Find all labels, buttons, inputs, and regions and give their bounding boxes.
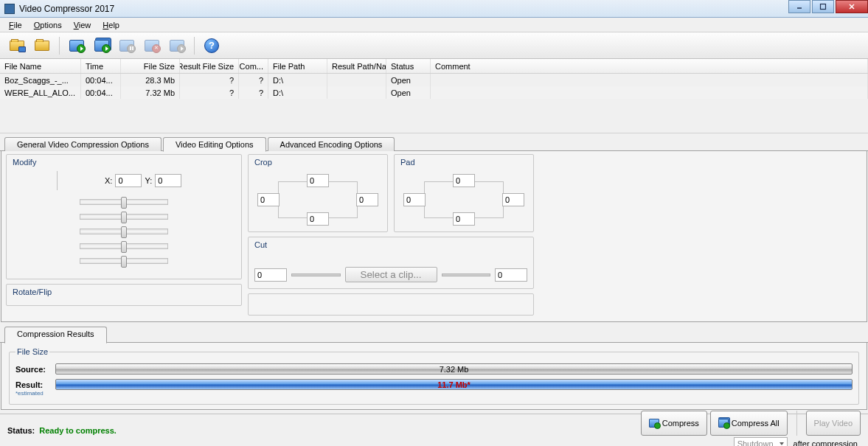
crop-right-input[interactable]: [356, 193, 378, 206]
slider-5[interactable]: [80, 258, 168, 264]
editing-panel: Modify X: Y: Rotate/Flip Crop: [1, 151, 867, 322]
options-tabs: General Video Compression Options Video …: [0, 133, 868, 151]
cell-filesize: 28.3 Mb: [121, 74, 180, 86]
x-input[interactable]: [115, 174, 142, 187]
tab-advanced[interactable]: Advanced Encoding Options: [268, 137, 395, 151]
pause-button[interactable]: [116, 35, 138, 56]
window-controls: [788, 0, 868, 17]
compress-button-label: Compress: [662, 419, 699, 428]
cell-filename: Boz_Scaggs_-_...: [0, 74, 81, 86]
col-time[interactable]: Time: [81, 59, 121, 73]
cell-path: D:\: [268, 86, 327, 99]
menu-file[interactable]: File: [3, 18, 28, 32]
help-button[interactable]: ?: [201, 35, 223, 56]
toolbar-separator: [194, 37, 195, 55]
cell-path: D:\: [268, 74, 327, 86]
compress-button-footer[interactable]: Compress: [641, 411, 707, 436]
source-bar: 7.32 Mb: [55, 363, 853, 374]
tab-editing[interactable]: Video Editing Options: [163, 137, 266, 152]
menu-bar: File Options View Help: [0, 18, 868, 32]
play-output-button[interactable]: [166, 35, 188, 56]
status-label: Status:: [7, 426, 35, 435]
cut-track-left[interactable]: [291, 273, 341, 276]
cut-label: Cut: [254, 240, 527, 249]
col-result-path[interactable]: Result Path/Na...: [327, 59, 386, 73]
source-value: 7.32 Mb: [440, 365, 469, 374]
cell-comment: [431, 74, 868, 86]
col-comment[interactable]: Comment: [431, 59, 868, 73]
cut-to-input[interactable]: [495, 268, 527, 282]
play-video-button[interactable]: Play Video: [806, 411, 861, 436]
col-result-filesize[interactable]: Result File Size: [180, 59, 239, 73]
footer-separator: [796, 411, 797, 436]
add-file-button[interactable]: [6, 35, 28, 56]
compress-all-button-label: Compress All: [732, 419, 780, 428]
shutdown-combo[interactable]: Shutdown: [734, 437, 788, 447]
rotate-label: Rotate/Flip: [13, 288, 235, 296]
maximize-button[interactable]: [812, 0, 834, 13]
cell-rfsize: ?: [180, 74, 239, 86]
crop-left-input[interactable]: [257, 193, 280, 206]
shutdown-value: Shutdown: [737, 439, 774, 447]
cell-status: Open: [386, 74, 431, 86]
compress-button[interactable]: [66, 35, 88, 56]
y-input[interactable]: [155, 174, 181, 187]
modify-group: Modify X: Y:: [6, 154, 242, 279]
col-compression[interactable]: Com...: [239, 59, 268, 73]
table-row[interactable]: Boz_Scaggs_-_... 00:04... 28.3 Mb ? ? D:…: [0, 74, 868, 86]
col-filename[interactable]: File Name: [0, 59, 81, 73]
filesize-legend: File Size: [15, 347, 49, 356]
after-compression-label: after compression: [791, 439, 861, 447]
file-table: File Name Time File Size Result File Siz…: [0, 59, 868, 133]
pad-top-input[interactable]: [453, 174, 475, 187]
pad-label: Pad: [400, 158, 527, 167]
cell-rpath: [327, 86, 386, 99]
pad-right-input[interactable]: [502, 193, 524, 206]
slider-3[interactable]: [80, 229, 168, 234]
table-header: File Name Time File Size Result File Siz…: [0, 59, 868, 74]
minimize-button[interactable]: [788, 0, 810, 13]
window-title: Video Compressor 2017: [19, 4, 788, 14]
tab-compression-results[interactable]: Compression Results: [4, 327, 107, 344]
toolbar: ?: [0, 32, 868, 59]
cut-track-right[interactable]: [442, 273, 491, 276]
col-filepath[interactable]: File Path: [268, 59, 327, 73]
cut-from-input[interactable]: [254, 268, 287, 282]
pad-group: Pad: [394, 154, 534, 232]
tab-general[interactable]: General Video Compression Options: [4, 137, 162, 151]
cell-filesize: 7.32 Mb: [121, 86, 180, 99]
stop-button[interactable]: [141, 35, 163, 56]
app-icon: [4, 4, 15, 14]
cell-rfsize: ?: [180, 86, 239, 99]
crop-top-input[interactable]: [307, 174, 329, 187]
crop-bottom-input[interactable]: [307, 212, 329, 226]
slider-4[interactable]: [80, 243, 168, 249]
result-bar: 11.7 Mb*: [55, 379, 853, 390]
compress-all-button[interactable]: [91, 35, 113, 56]
col-filesize[interactable]: File Size: [121, 59, 180, 73]
pad-bottom-input[interactable]: [453, 212, 475, 226]
col-status[interactable]: Status: [386, 59, 431, 73]
menu-options[interactable]: Options: [28, 18, 68, 32]
cell-filename: WERE_ALL_ALO...: [0, 86, 81, 99]
select-clip-button[interactable]: Select a clip...: [345, 267, 437, 282]
estimated-note: *estimated: [15, 390, 853, 397]
cut-group: Cut Select a clip...: [248, 237, 534, 289]
title-bar: Video Compressor 2017: [0, 0, 868, 18]
slider-2[interactable]: [80, 214, 168, 220]
table-row[interactable]: WERE_ALL_ALO... 00:04... 7.32 Mb ? ? D:\…: [0, 86, 868, 99]
result-value: 11.7 Mb*: [437, 380, 471, 389]
slider-1[interactable]: [80, 199, 168, 205]
menu-help[interactable]: Help: [97, 18, 125, 32]
filesize-group: File Size Source: 7.32 Mb Result: 11.7 M…: [9, 347, 859, 405]
y-label: Y:: [145, 176, 152, 185]
compress-all-button-footer[interactable]: Compress All: [710, 411, 788, 436]
menu-view[interactable]: View: [68, 18, 97, 32]
close-button[interactable]: [836, 0, 868, 13]
crop-group: Crop: [248, 154, 388, 232]
cell-time: 00:04...: [81, 74, 121, 86]
pad-left-input[interactable]: [403, 193, 426, 206]
add-folder-button[interactable]: [31, 35, 53, 56]
cell-status: Open: [386, 86, 431, 99]
status-value: Ready to compress.: [39, 426, 117, 435]
